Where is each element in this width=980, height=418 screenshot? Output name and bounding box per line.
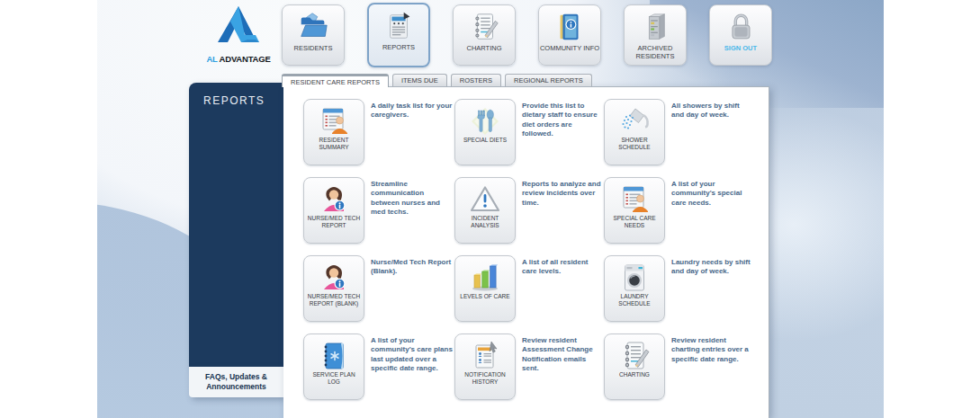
report-item: NURSE/MED TECH REPORT (BLANK) Nurse/Med …	[303, 255, 454, 334]
report-description: Review resident Assessment Change Notifi…	[522, 334, 604, 374]
tab-label: ROSTERS	[460, 76, 492, 84]
nav-button-label: ARCHIVED RESIDENTS	[625, 44, 686, 60]
service-plan-log-icon	[316, 338, 352, 370]
nav-button-community-info[interactable]: COMMUNITY INFO	[538, 4, 601, 66]
tab-regional-reports[interactable]: REGIONAL REPORTS	[505, 74, 592, 86]
tab-rosters[interactable]: ROSTERS	[451, 74, 501, 86]
report-item: INCIDENT ANALYSIS Reports to analyze and…	[454, 177, 604, 255]
archived-cabinet-icon	[638, 10, 672, 42]
report-tile-nurse-med-tech-report[interactable]: NURSE/MED TECH REPORT	[303, 177, 364, 244]
nav-button-label: REPORTS	[382, 43, 415, 51]
report-description: A list of your community's care plans la…	[371, 334, 454, 374]
sign-out-lock-icon	[724, 10, 758, 42]
report-description: Laundry needs by shift and day of week.	[671, 255, 753, 277]
report-description: Review resident charting entries over a …	[671, 334, 753, 364]
report-item: SERVICE PLAN LOG A list of your communit…	[303, 334, 454, 412]
report-tile-label: NURSE/MED TECH REPORT (BLANK)	[306, 293, 362, 307]
nurse-med-tech-icon	[316, 260, 352, 292]
report-item: LAUNDRY SCHEDULE Laundry needs by shift …	[604, 255, 753, 334]
tab-label: RESIDENT CARE REPORTS	[291, 78, 380, 86]
incident-analysis-icon	[467, 182, 503, 214]
report-tile-notification-history[interactable]: NOTIFICATION HISTORY	[454, 334, 516, 400]
al-advantage-logo: AL ADVANTAGE	[201, 5, 276, 64]
laundry-schedule-icon	[616, 260, 652, 292]
report-tile-label: NURSE/MED TECH REPORT	[306, 215, 362, 229]
nav-button-label: COMMUNITY INFO	[540, 44, 599, 52]
nav-button-label: CHARTING	[466, 44, 501, 52]
report-tile-label: LEVELS OF CARE	[460, 293, 509, 300]
report-tile-shower-schedule[interactable]: SHOWER SCHEDULE	[604, 99, 665, 165]
report-item: CHARTING Review resident charting entrie…	[604, 334, 753, 412]
nav-button-label: RESIDENTS	[294, 44, 333, 52]
reports-document-icon	[382, 9, 416, 41]
nav-button-label: SIGN OUT	[724, 44, 757, 52]
report-item: NURSE/MED TECH REPORT Streamline communi…	[303, 177, 454, 255]
report-tabs: RESIDENT CARE REPORTSITEMS DUEROSTERSREG…	[282, 74, 592, 87]
report-tile-label: INCIDENT ANALYSIS	[457, 215, 513, 229]
report-tile-label: SPECIAL DIETS	[463, 137, 507, 144]
levels-of-care-icon	[467, 260, 503, 292]
tab-resident-care-reports[interactable]: RESIDENT CARE REPORTS	[282, 74, 389, 87]
nav-button-archived-residents[interactable]: ARCHIVED RESIDENTS	[624, 4, 687, 66]
report-tile-special-care-needs[interactable]: SPECIAL CARE NEEDS	[604, 177, 665, 244]
report-tile-service-plan-log[interactable]: SERVICE PLAN LOG	[303, 334, 364, 400]
tab-items-due[interactable]: ITEMS DUE	[392, 74, 447, 86]
report-description: All showers by shift and day of week.	[671, 99, 753, 120]
report-tile-laundry-schedule[interactable]: LAUNDRY SCHEDULE	[604, 255, 665, 322]
sidebar: REPORTS	[189, 83, 283, 367]
nav-button-sign-out[interactable]: SIGN OUT	[709, 4, 772, 66]
report-item: NOTIFICATION HISTORY Review resident Ass…	[454, 334, 604, 412]
reports-grid: RESIDENT SUMMARY A daily task list for y…	[303, 99, 753, 412]
report-description: Streamline communication between nurses …	[371, 177, 454, 218]
report-item: SHOWER SCHEDULE All showers by shift and…	[604, 99, 753, 177]
report-item: SPECIAL CARE NEEDS A list of your commun…	[604, 177, 753, 255]
notification-history-icon	[467, 338, 503, 370]
residents-folder-icon	[296, 10, 330, 42]
main-panel: RESIDENT SUMMARY A daily task list for y…	[283, 86, 769, 418]
report-description: A list of all resident care levels.	[522, 255, 604, 277]
resident-summary-icon	[316, 103, 352, 136]
community-info-book-icon	[553, 10, 587, 42]
report-description: A list of your community's special care …	[671, 177, 753, 208]
report-description: Provide this list to dietary staff to en…	[522, 99, 604, 139]
brand-primary: AL	[206, 54, 217, 64]
sidebar-faq-link[interactable]: FAQs, Updates & Announcements	[189, 367, 283, 397]
report-tile-label: SERVICE PLAN LOG	[306, 371, 362, 386]
report-item: RESIDENT SUMMARY A daily task list for y…	[303, 99, 454, 177]
report-description: Nurse/Med Tech Report (Blank).	[371, 255, 454, 277]
report-tile-label: RESIDENT SUMMARY	[306, 137, 362, 151]
report-description: A daily task list for your caregivers.	[371, 99, 454, 120]
report-tile-label: CHARTING	[619, 371, 650, 378]
report-tile-special-diets[interactable]: SPECIAL DIETS	[454, 99, 516, 165]
report-tile-nurse-med-tech-report-blank-[interactable]: NURSE/MED TECH REPORT (BLANK)	[303, 255, 364, 322]
special-diets-icon	[467, 103, 503, 136]
tab-label: ITEMS DUE	[401, 76, 438, 84]
report-item: LEVELS OF CARE A list of all resident ca…	[454, 255, 604, 334]
sidebar-title: REPORTS	[189, 83, 283, 107]
nav-button-charting[interactable]: CHARTING	[453, 4, 516, 66]
report-tile-label: NOTIFICATION HISTORY	[457, 371, 513, 386]
report-item: SPECIAL DIETS Provide this list to dieta…	[454, 99, 604, 177]
al-advantage-logo-mark	[209, 5, 268, 52]
brand-secondary: ADVANTAGE	[220, 54, 271, 64]
nav-button-reports[interactable]: REPORTS	[367, 3, 430, 67]
charting-entries-icon	[616, 338, 652, 370]
special-care-needs-icon	[616, 182, 652, 214]
nav-button-residents[interactable]: RESIDENTS	[282, 4, 345, 66]
charting-clipboard-icon	[467, 10, 501, 42]
report-tile-label: SHOWER SCHEDULE	[607, 137, 662, 151]
sidebar-faq-label: FAQs, Updates & Announcements	[189, 372, 283, 393]
shower-schedule-icon	[616, 103, 652, 136]
report-description: Reports to analyze and review incidents …	[522, 177, 604, 208]
report-tile-label: LAUNDRY SCHEDULE	[607, 293, 662, 307]
tab-label: REGIONAL REPORTS	[514, 76, 583, 84]
report-tile-incident-analysis[interactable]: INCIDENT ANALYSIS	[454, 177, 516, 244]
al-advantage-logo-text: AL ADVANTAGE	[201, 54, 276, 64]
report-tile-resident-summary[interactable]: RESIDENT SUMMARY	[303, 99, 364, 165]
report-tile-label: SPECIAL CARE NEEDS	[607, 215, 662, 229]
nurse-med-tech-icon	[316, 182, 352, 214]
report-tile-levels-of-care[interactable]: LEVELS OF CARE	[454, 255, 516, 322]
report-tile-charting[interactable]: CHARTING	[604, 334, 665, 400]
